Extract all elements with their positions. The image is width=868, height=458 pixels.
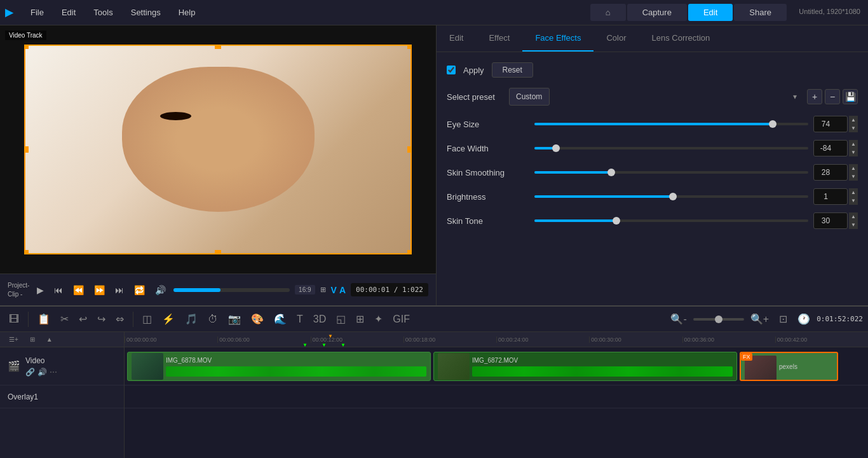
fit-button[interactable]: ⊡	[775, 310, 791, 328]
slider-thumb-0[interactable]	[769, 120, 776, 128]
apply-checkbox[interactable]	[447, 66, 456, 74]
spin-up-0[interactable]: ▲	[849, 116, 858, 124]
slider-track-2[interactable]	[534, 171, 808, 174]
spin-down-1[interactable]: ▼	[849, 148, 858, 156]
menu-file[interactable]: File	[25, 5, 49, 20]
nav-home-button[interactable]: ⌂	[590, 4, 626, 21]
preset-save-button[interactable]: 💾	[843, 89, 858, 104]
spin-down-4[interactable]: ▼	[849, 221, 858, 229]
handle-mid-right[interactable]	[407, 146, 412, 153]
loop-button[interactable]: 🔁	[132, 282, 147, 298]
slider-thumb-4[interactable]	[613, 217, 620, 225]
tab-face-effects[interactable]: Face Effects	[522, 25, 593, 52]
zoom-in-button[interactable]: 🔍+	[747, 310, 773, 328]
volume-button[interactable]: 🔊	[153, 282, 168, 298]
timeline-ai-button[interactable]: ✦	[370, 310, 386, 328]
spin-down-0[interactable]: ▼	[849, 124, 858, 132]
timeline-in-button[interactable]: ◫	[139, 310, 156, 328]
preset-add-button[interactable]: +	[807, 89, 822, 104]
handle-top-mid[interactable]	[215, 45, 221, 49]
tab-lens-correction[interactable]: Lens Correction	[639, 25, 723, 52]
link-icon[interactable]: 🔗	[25, 368, 35, 377]
slider-value-2[interactable]	[813, 164, 848, 181]
timeline-gif-button[interactable]: GIF	[389, 311, 414, 328]
slider-value-0[interactable]	[813, 116, 848, 132]
menu-tools[interactable]: Tools	[88, 5, 118, 20]
handle-bottom-mid[interactable]	[215, 250, 221, 254]
play-button[interactable]: ▶	[34, 282, 46, 298]
spin-up-4[interactable]: ▲	[849, 212, 858, 221]
nav-capture-button[interactable]: Capture	[627, 4, 687, 21]
timeline-speed-button[interactable]: ⏱	[204, 311, 222, 328]
timeline-3d-button[interactable]: 3D	[309, 311, 330, 328]
menu-edit[interactable]: Edit	[57, 5, 81, 20]
zoom-thumb[interactable]	[715, 316, 722, 323]
spin-up-3[interactable]: ▲	[849, 188, 858, 197]
prev-button[interactable]: ⏮	[51, 282, 65, 298]
track-content-area[interactable]: 00:00:00:00 00:00:06:00 00:00:12:00 00:0…	[125, 332, 868, 458]
tab-color[interactable]: Color	[593, 25, 639, 52]
more-icon[interactable]: ⋯	[50, 368, 57, 377]
handle-top-right[interactable]	[407, 45, 412, 49]
timeline-redo-button[interactable]: ↪	[93, 310, 109, 328]
controls-bar: Project- Clip - ▶ ⏮ ⏪ ⏩ ⏭ 🔁 🔊 16:9 ⊞ V A…	[0, 274, 436, 305]
handle-mid-left[interactable]	[24, 146, 29, 153]
slider-value-3[interactable]	[813, 188, 848, 205]
spin-down-2[interactable]: ▼	[849, 172, 858, 181]
preset-remove-button[interactable]: −	[825, 89, 840, 104]
handle-bottom-left[interactable]	[24, 250, 29, 254]
zoom-out-button[interactable]: 🔍-	[667, 310, 690, 328]
slider-track-1[interactable]	[534, 147, 808, 149]
next-button[interactable]: ⏭	[112, 282, 126, 298]
clip-1[interactable]: IMG_6878.MOV	[127, 352, 431, 381]
nav-share-button[interactable]: Share	[734, 4, 787, 21]
slider-thumb-2[interactable]	[607, 169, 615, 176]
slider-track-3[interactable]	[534, 195, 808, 198]
slider-thumb-1[interactable]	[552, 144, 560, 152]
step-back-button[interactable]: ⏪	[71, 282, 86, 298]
nav-edit-button[interactable]: Edit	[688, 4, 733, 21]
spin-down-3[interactable]: ▼	[849, 197, 858, 205]
clip-3[interactable]: FX pexels	[740, 352, 838, 381]
menu-help[interactable]: Help	[173, 5, 201, 20]
slider-value-1[interactable]	[813, 140, 848, 156]
tab-effect[interactable]: Effect	[476, 25, 522, 52]
clip-2[interactable]: IMG_6872.MOV	[433, 352, 737, 381]
step-forward-button[interactable]: ⏩	[92, 282, 107, 298]
timeline-crop-button[interactable]: ⊞	[352, 310, 368, 328]
slider-track-4[interactable]	[534, 219, 808, 222]
handle-bottom-right[interactable]	[407, 250, 412, 254]
menu-settings[interactable]: Settings	[126, 5, 166, 20]
tab-edit[interactable]: Edit	[437, 25, 476, 52]
preset-select[interactable]: Custom Natural Portrait Smooth	[509, 88, 550, 106]
add-audio-button[interactable]: ▲	[43, 333, 57, 345]
timeline-film-button[interactable]: 🎞	[5, 311, 23, 328]
timeline-extend-button[interactable]: ⇔	[112, 310, 128, 328]
marker-2: ▼	[322, 342, 327, 348]
track-settings-button[interactable]: ⊞	[26, 333, 39, 345]
timeline-clip-button[interactable]: 📋	[34, 310, 54, 328]
timeline-text-button[interactable]: T	[293, 311, 307, 328]
timeline-color-button[interactable]: 🎨	[247, 310, 268, 328]
reset-button[interactable]: Reset	[492, 62, 533, 78]
handle-top-left[interactable]	[24, 45, 29, 49]
timeline-motion-button[interactable]: 🌊	[270, 310, 290, 328]
clock-button[interactable]: 🕐	[794, 310, 814, 328]
timeline-split-button[interactable]: ⚡	[158, 310, 179, 328]
add-track-button[interactable]: ☰+	[5, 333, 22, 345]
timeline-ruler: 00:00:00:00 00:00:06:00 00:00:12:00 00:0…	[125, 332, 868, 347]
aspect-button[interactable]: ⊞	[318, 283, 329, 296]
timeline-audio-button[interactable]: 🎵	[181, 310, 201, 328]
zoom-slider[interactable]	[693, 318, 744, 321]
spin-up-2[interactable]: ▲	[849, 164, 858, 172]
timeline-camera-button[interactable]: 📷	[224, 310, 245, 328]
audio-icon[interactable]: 🔊	[37, 368, 47, 377]
slider-value-4[interactable]	[813, 212, 848, 229]
progress-bar[interactable]	[173, 288, 290, 292]
timeline-undo-button[interactable]: ↩	[75, 310, 91, 328]
timeline-mask-button[interactable]: ◱	[332, 310, 349, 328]
spin-up-1[interactable]: ▲	[849, 140, 858, 148]
slider-thumb-3[interactable]	[669, 193, 677, 200]
timeline-trim-button[interactable]: ✂	[57, 310, 72, 328]
slider-track-0[interactable]	[534, 123, 808, 125]
